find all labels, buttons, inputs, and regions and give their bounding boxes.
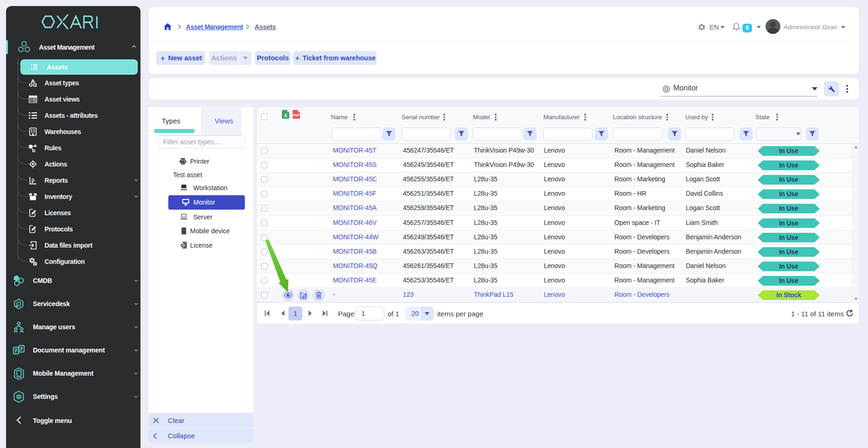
svg-text:PDF: PDF	[293, 114, 300, 117]
svg-text:X: X	[284, 113, 287, 118]
